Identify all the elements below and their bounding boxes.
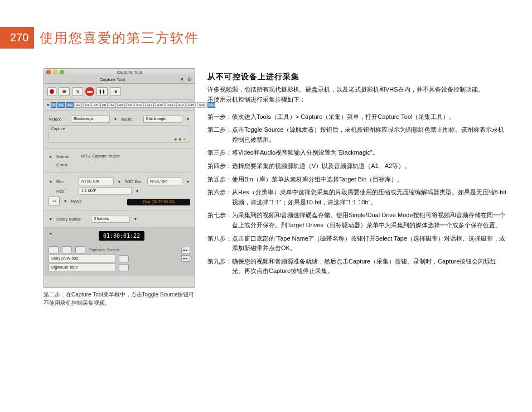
- traffic-light-close-icon: [46, 70, 51, 74]
- disclosure-icon[interactable]: ▾: [49, 217, 53, 222]
- traffic-light-zoom-icon: [60, 70, 64, 74]
- track-selector-row: ▸ V A1 A2 A3 A4 A5 A6 A7 A8 A9 A10 A11 A…: [44, 100, 195, 111]
- capture-toolbar: ▦ ⧉ ❚❚ ◑: [44, 84, 195, 100]
- tc-source-dropdown[interactable]: Sony DVW-500: [49, 255, 115, 262]
- track-button[interactable]: A5: [91, 102, 99, 108]
- track-button[interactable]: V: [51, 102, 56, 108]
- track-button[interactable]: A13: [166, 102, 175, 108]
- track-button[interactable]: A16: [197, 102, 206, 108]
- list-item: 第四步：选择您要采集的视频源轨道（V）以及音频源轨道（A1、A2等）。: [207, 160, 509, 173]
- toggle-source-no-entry-icon[interactable]: [85, 87, 94, 96]
- record-button[interactable]: [47, 87, 56, 96]
- disclosure-icon[interactable]: ▸: [49, 154, 53, 159]
- step-button[interactable]: ▸▸: [181, 247, 190, 253]
- s3d-bin-label: S3D Bin:: [125, 179, 144, 184]
- track-button[interactable]: A14: [176, 102, 186, 108]
- step-text: 使用Bin（库）菜单从素材库分组中选择Target Bin（目标库）。: [232, 173, 509, 186]
- step-label: 第四步：: [207, 160, 232, 173]
- track-button[interactable]: A15: [187, 102, 196, 108]
- timecode-section: ▾ 01:00:01:22 Timecode Source: ▸▸ Sony D…: [44, 228, 195, 276]
- chevron-down-icon[interactable]: ▾: [117, 179, 122, 184]
- window-titlebar: Capture Tool: [44, 69, 195, 75]
- chevron-down-icon[interactable]: ▾: [133, 217, 138, 222]
- delay-audio-label: Delay audio:: [56, 217, 88, 222]
- track-button[interactable]: A12: [155, 102, 165, 108]
- tape-name-button[interactable]: DigitalCut Tape: [49, 264, 115, 271]
- disclosure-icon[interactable]: ▾: [49, 179, 53, 184]
- track-button[interactable]: A6: [100, 102, 108, 108]
- tc-src-label: Timecode Source:: [89, 248, 120, 252]
- bin-dropdown[interactable]: NTSC Bin: [79, 178, 114, 185]
- pause-button[interactable]: ❚❚: [96, 87, 108, 96]
- list-item: 第三步：将Video和Audio视音频输入分别设置为“Blackmagic”。: [207, 146, 509, 160]
- track-button[interactable]: A11: [145, 102, 154, 108]
- step-button[interactable]: ▸▸: [181, 255, 190, 262]
- gear-icon[interactable]: [187, 76, 192, 82]
- step-text: 将Video和Audio视音频输入分别设置为“Blackmagic”。: [232, 146, 509, 160]
- step-text: 从Res（分辨率）菜单中选择您采集的片段需要使用的压缩或无压缩编解码器类型。如果…: [232, 186, 509, 209]
- svg-point-1: [189, 79, 190, 80]
- section-heading: 从不可控设备上进行采集: [207, 70, 509, 83]
- track-button[interactable]: A3: [75, 102, 82, 108]
- list-item: 第八步：点击窗口底部的“Tape Name?”（磁带名称）按钮打开Select …: [207, 232, 509, 255]
- video-label: Video:: [49, 117, 67, 122]
- chevron-down-icon[interactable]: ▾: [186, 179, 190, 184]
- step-text: 点击窗口底部的“Tape Name?”（磁带名称）按钮打开Select Tape…: [232, 232, 509, 255]
- tool-subheader: Capture Tool ×: [44, 75, 195, 84]
- chevron-down-icon[interactable]: ▾: [135, 189, 139, 194]
- step-label: 第八步：: [207, 232, 232, 255]
- res-label: Res:: [56, 189, 75, 194]
- step-label: 第三步：: [207, 146, 232, 160]
- bin-label: Bin:: [56, 179, 75, 184]
- raid-label: RAID: [71, 199, 81, 204]
- tc-button[interactable]: [75, 246, 85, 253]
- disclosure-icon[interactable]: ▾: [49, 231, 53, 236]
- step-label: 第五步：: [207, 173, 232, 186]
- delay-audio-dropdown[interactable]: 0 frames: [91, 215, 130, 223]
- list-item: 第六步：从Res（分辨率）菜单中选择您采集的片段需要使用的压缩或无压缩编解码器类…: [207, 186, 509, 209]
- drive-mode-button[interactable]: ▭: [49, 197, 60, 205]
- video-source-dropdown[interactable]: Blackmagic: [71, 115, 110, 123]
- tool-button[interactable]: ▦: [59, 87, 70, 96]
- step-text: 点击Toggle Source（源触发器）按钮后，录机按钮图标应显示为圆形红色禁…: [232, 123, 509, 146]
- track-button[interactable]: A9: [126, 102, 133, 108]
- track-button[interactable]: A2: [66, 102, 73, 108]
- track-button[interactable]: A7: [109, 102, 116, 108]
- tc-button[interactable]: [49, 246, 59, 253]
- chevron-down-icon[interactable]: ▾: [63, 199, 67, 204]
- audio-source-dropdown[interactable]: Blackmagic: [143, 115, 182, 123]
- track-button[interactable]: A10: [134, 102, 144, 108]
- s3d-bin-dropdown[interactable]: NTSC Bin: [147, 178, 182, 185]
- disk-status: Disk (30:25:55:00): [127, 199, 190, 205]
- name-field[interactable]: NTSC Capture Project: [79, 153, 190, 160]
- list-item: 第二步：点击Toggle Source（源触发器）按钮后，录机按钮图标应显示为圆…: [207, 123, 509, 146]
- tool-button[interactable]: ◑: [110, 87, 121, 96]
- steps-list: 第一步：依次进入Tools（工具）> Capture（采集）菜单，打开Captu…: [207, 111, 509, 278]
- tc-button[interactable]: [119, 264, 129, 271]
- step-label: 第二步：: [207, 123, 232, 146]
- tc-button[interactable]: [62, 246, 72, 253]
- window-title: Capture Tool: [66, 70, 192, 75]
- chevron-down-icon[interactable]: ▾: [186, 117, 190, 122]
- res-dropdown[interactable]: 1:1 MXF: [79, 187, 132, 195]
- cmnt-field[interactable]: [79, 161, 190, 168]
- list-item: 第五步：使用Bin（库）菜单从素材库分组中选择Target Bin（目标库）。: [207, 173, 509, 186]
- tool-title: Capture Tool: [44, 77, 181, 82]
- chevron-down-icon[interactable]: ▾: [113, 117, 118, 122]
- body-text: 不使用录机控制进行采集步骤如下：: [207, 96, 306, 103]
- list-item: 第九步：确保您的视频和音频源准备就绪，然后点击Capture（采集）按钮。录制时…: [207, 255, 509, 278]
- tool-button[interactable]: ⧉: [72, 87, 83, 96]
- disclosure-icon[interactable]: ▸: [47, 102, 50, 108]
- body-text: 许多视频源，包括所有现代摄影机、硬盘录机，以及老式摄影机和VHS在内，并不具备设…: [207, 86, 484, 93]
- track-button[interactable]: A4: [83, 102, 90, 108]
- track-button[interactable]: A8: [117, 102, 124, 108]
- audio-label: Audio:: [121, 117, 140, 122]
- cmnt-label: Cmnt:: [56, 162, 75, 167]
- close-icon[interactable]: ×: [181, 76, 183, 82]
- step-text: 选择您要采集的视频源轨道（V）以及音频源轨道（A1、A2等）。: [232, 160, 509, 173]
- tc-button[interactable]: [119, 255, 129, 262]
- article-column: 从不可控设备上进行采集 许多视频源，包括所有现代摄影机、硬盘录机，以及老式摄影机…: [207, 70, 509, 278]
- track-button[interactable]: A1: [57, 102, 65, 108]
- figure-caption: 第二步：在Capture Tool菜单框中，点击Toggle Source按钮可…: [43, 290, 196, 307]
- step-text: 确保您的视频和音频源准备就绪，然后点击Capture（采集）按钮。录制时，Cap…: [232, 255, 509, 278]
